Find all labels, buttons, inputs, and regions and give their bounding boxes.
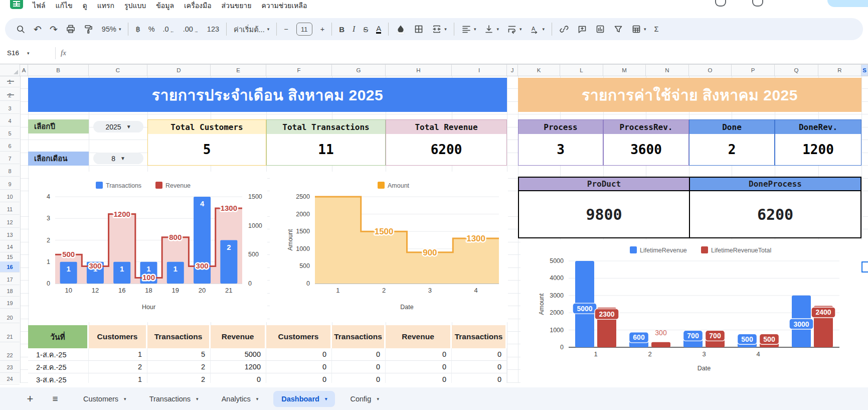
row-header-13[interactable]: 13 bbox=[0, 229, 20, 240]
tab-config[interactable]: Config▾ bbox=[342, 391, 387, 407]
vertical-align-icon[interactable]: ▾ bbox=[480, 22, 502, 37]
column-header-N[interactable]: N bbox=[646, 64, 689, 76]
table-header-4[interactable]: Customers bbox=[266, 325, 332, 348]
row-header-18[interactable]: 18 bbox=[0, 286, 20, 297]
filter-icon[interactable] bbox=[610, 22, 627, 37]
row-header-22[interactable]: 22 bbox=[0, 350, 20, 361]
column-header-I[interactable]: I bbox=[452, 64, 507, 76]
menu-item-insert[interactable]: แทรก bbox=[93, 0, 119, 12]
share-button[interactable] bbox=[827, 0, 868, 7]
table-cell[interactable]: 1 bbox=[89, 348, 147, 361]
table-header-1[interactable]: Customers bbox=[89, 325, 147, 348]
month-dropdown[interactable]: 8 ▼ bbox=[93, 153, 143, 164]
row-header-10[interactable]: 10 bbox=[0, 191, 20, 202]
name-box-caret-icon[interactable]: ▾ bbox=[27, 51, 30, 56]
menu-item-file[interactable]: ไฟล์ bbox=[28, 0, 50, 12]
transactions-revenue-chart[interactable]: 0123405001000150011111425003001200100800… bbox=[29, 172, 267, 324]
status-card-done[interactable]: Done2 bbox=[689, 119, 775, 166]
column-header-M[interactable]: M bbox=[603, 64, 646, 76]
menu-item-help[interactable]: ความช่วยเหลือ bbox=[257, 0, 311, 12]
row-group-collapse-icon[interactable] bbox=[7, 81, 14, 82]
increase-decimals-button[interactable]: .00→ bbox=[180, 22, 203, 37]
tab-analytics[interactable]: Analytics▾ bbox=[214, 391, 267, 407]
italic-button[interactable]: I bbox=[349, 22, 359, 37]
add-sheet-button[interactable]: + bbox=[21, 392, 39, 405]
table-cell[interactable]: 0 bbox=[386, 361, 452, 373]
tab-customers[interactable]: Customers▾ bbox=[75, 391, 134, 407]
table-cell[interactable]: 0 bbox=[386, 348, 452, 361]
column-header-P[interactable]: P bbox=[732, 64, 775, 76]
decrease-decimals-button[interactable]: .0← bbox=[159, 22, 179, 37]
text-wrap-icon[interactable]: ▾ bbox=[503, 22, 526, 37]
menu-item-extensions[interactable]: ส่วนขยาย bbox=[217, 0, 256, 12]
row-header-11[interactable]: 11 bbox=[0, 204, 20, 215]
column-header-Q[interactable]: Q bbox=[775, 64, 818, 76]
menu-item-edit[interactable]: แก้ไข bbox=[51, 0, 77, 12]
column-header-E[interactable]: E bbox=[211, 64, 266, 76]
row-header-15[interactable]: 15 bbox=[0, 251, 20, 262]
meet-icon[interactable] bbox=[752, 0, 763, 7]
print-icon[interactable] bbox=[62, 22, 79, 37]
table-cell[interactable]: 3-ส.ค.-25 bbox=[28, 373, 89, 383]
column-header-R[interactable]: R bbox=[818, 64, 861, 76]
row-header-23[interactable]: 23 bbox=[0, 362, 20, 373]
row-header-1[interactable]: 1 bbox=[0, 76, 20, 87]
table-cell[interactable]: 0 bbox=[452, 348, 507, 361]
row-header-16[interactable]: 16 bbox=[0, 261, 20, 272]
column-header-H[interactable]: H bbox=[386, 64, 452, 76]
table-cell[interactable]: 0 bbox=[211, 373, 266, 383]
increase-font-size-button[interactable]: + bbox=[317, 22, 328, 37]
row-header-19[interactable]: 19 bbox=[0, 298, 20, 309]
table-cell[interactable]: 2 bbox=[147, 361, 211, 373]
kpi-card-total-customers[interactable]: Total Customers5 bbox=[147, 119, 266, 166]
font-family-select[interactable]: ค่าเริ่มต้...▾ bbox=[230, 22, 273, 37]
table-cell[interactable]: 0 bbox=[332, 348, 386, 361]
search-icon[interactable] bbox=[12, 22, 29, 37]
bold-button[interactable]: B bbox=[335, 22, 348, 37]
table-cell[interactable]: 0 bbox=[332, 361, 386, 373]
borders-icon[interactable] bbox=[410, 22, 427, 37]
column-header-G[interactable]: G bbox=[332, 64, 386, 76]
column-header-J[interactable]: J bbox=[507, 64, 518, 76]
menu-item-format[interactable]: รูปแบบ bbox=[120, 0, 150, 12]
number-format-button[interactable]: 123 bbox=[204, 22, 223, 37]
row-header-7[interactable]: 7 bbox=[0, 153, 20, 164]
row-header-14[interactable]: 14 bbox=[0, 241, 20, 252]
row-group-collapse-icon[interactable] bbox=[7, 94, 14, 95]
table-cell[interactable]: 0 bbox=[386, 373, 452, 383]
sheets-logo-icon[interactable] bbox=[10, 0, 23, 9]
table-icon[interactable]: ▾ bbox=[628, 22, 650, 37]
merge-cells-icon[interactable]: ▾ bbox=[428, 22, 450, 37]
tab-transactions[interactable]: Transactions▾ bbox=[141, 391, 207, 407]
column-header-D[interactable]: D bbox=[147, 64, 211, 76]
table-cell[interactable]: 0 bbox=[266, 373, 332, 383]
row-header-2[interactable]: 2 bbox=[0, 90, 20, 101]
column-header-S[interactable]: S bbox=[861, 64, 868, 76]
table-cell[interactable]: 0 bbox=[452, 361, 507, 373]
all-sheets-icon[interactable]: ≡ bbox=[46, 393, 64, 404]
column-header-O[interactable]: O bbox=[689, 64, 732, 76]
chart-icon[interactable] bbox=[592, 22, 609, 37]
status-card-process[interactable]: Process3 bbox=[518, 119, 603, 166]
redo-button[interactable]: ↷ bbox=[46, 22, 61, 37]
row-header-3[interactable]: 3 bbox=[0, 103, 20, 114]
expense-report-banner[interactable]: รายการค่าใช้จ่าย สิงหาคม 2025 bbox=[518, 78, 861, 112]
decrease-font-size-button[interactable]: − bbox=[280, 22, 291, 37]
kpi-card-total-revenue[interactable]: Total Revenue6200 bbox=[386, 119, 507, 166]
table-cell[interactable]: 0 bbox=[332, 373, 386, 383]
menu-item-view[interactable]: ดู bbox=[78, 0, 92, 12]
table-cell[interactable]: 5000 bbox=[211, 348, 266, 361]
table-header-7[interactable]: Transactions bbox=[452, 325, 507, 348]
row-header-9[interactable]: 9 bbox=[0, 179, 20, 190]
table-cell[interactable]: 0 bbox=[452, 373, 507, 383]
menu-item-tools[interactable]: เครื่องมือ bbox=[180, 0, 216, 12]
row-header-20[interactable]: 20 bbox=[0, 312, 20, 323]
row-header-17[interactable]: 17 bbox=[0, 274, 20, 285]
paint-format-icon[interactable] bbox=[80, 22, 97, 37]
table-cell[interactable]: 1-ส.ค.-25 bbox=[28, 348, 89, 361]
column-header-L[interactable]: L bbox=[560, 64, 603, 76]
row-header-21[interactable]: 21 bbox=[0, 331, 20, 342]
table-cell[interactable]: 1 bbox=[89, 373, 147, 383]
table-cell[interactable]: 0 bbox=[266, 361, 332, 373]
year-select-label[interactable]: เลือกปี bbox=[28, 119, 89, 133]
